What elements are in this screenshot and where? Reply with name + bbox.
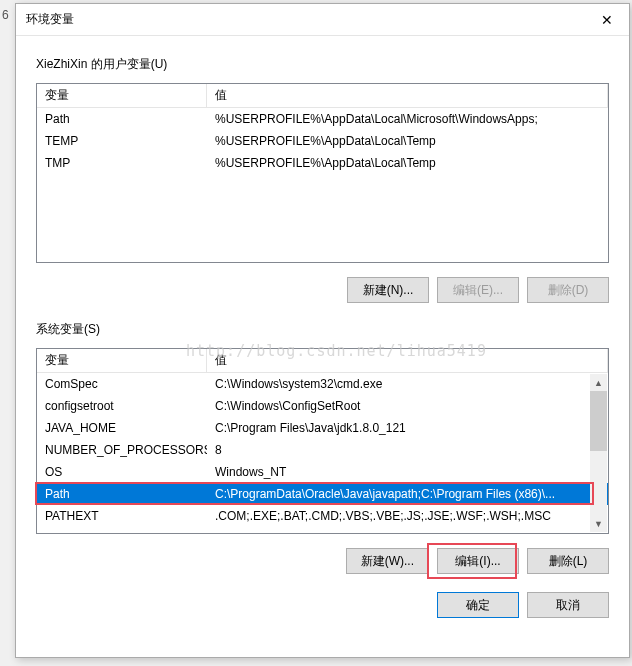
- cell-variable: TMP: [37, 153, 207, 173]
- table-row[interactable]: TEMP%USERPROFILE%\AppData\Local\Temp: [37, 130, 608, 152]
- table-row[interactable]: JAVA_HOMEC:\Program Files\Java\jdk1.8.0_…: [37, 417, 608, 439]
- cell-variable: Path: [37, 109, 207, 129]
- user-vars-label: XieZhiXin 的用户变量(U): [36, 56, 609, 73]
- column-variable[interactable]: 变量: [37, 84, 207, 108]
- cell-variable: TEMP: [37, 131, 207, 151]
- ok-button[interactable]: 确定: [437, 592, 519, 618]
- system-variables-list[interactable]: 变量 值 ComSpecC:\Windows\system32\cmd.exec…: [36, 348, 609, 534]
- close-button[interactable]: ✕: [584, 5, 629, 35]
- table-row[interactable]: TMP%USERPROFILE%\AppData\Local\Temp: [37, 152, 608, 174]
- dialog-title: 环境变量: [26, 11, 74, 28]
- column-variable[interactable]: 变量: [37, 349, 207, 373]
- cancel-button[interactable]: 取消: [527, 592, 609, 618]
- scroll-down-icon[interactable]: ▼: [590, 515, 607, 532]
- column-value[interactable]: 值: [207, 84, 608, 108]
- table-row[interactable]: NUMBER_OF_PROCESSORS8: [37, 439, 608, 461]
- cell-variable: NUMBER_OF_PROCESSORS: [37, 440, 207, 460]
- cell-value: .COM;.EXE;.BAT;.CMD;.VBS;.VBE;.JS;.JSE;.…: [207, 506, 608, 526]
- cell-variable: ComSpec: [37, 374, 207, 394]
- scrollbar[interactable]: ▲ ▼: [590, 374, 607, 532]
- scroll-thumb[interactable]: [590, 391, 607, 451]
- table-row[interactable]: PathC:\ProgramData\Oracle\Java\javapath;…: [37, 483, 608, 505]
- sys-vars-label: 系统变量(S): [36, 321, 609, 338]
- user-edit-button[interactable]: 编辑(E)...: [437, 277, 519, 303]
- cell-variable: PATHEXT: [37, 506, 207, 526]
- sys-list-header: 变量 值: [37, 349, 608, 373]
- cell-value: C:\Windows\system32\cmd.exe: [207, 374, 608, 394]
- user-buttons-row: 新建(N)... 编辑(E)... 删除(D): [36, 273, 609, 321]
- sys-new-button[interactable]: 新建(W)...: [346, 548, 429, 574]
- cell-variable: Path: [37, 484, 207, 504]
- cell-value: C:\Program Files\Java\jdk1.8.0_121: [207, 418, 608, 438]
- cell-value: 8: [207, 440, 608, 460]
- titlebar: 环境变量 ✕: [16, 4, 629, 36]
- cell-variable: OS: [37, 462, 207, 482]
- table-row[interactable]: configsetrootC:\Windows\ConfigSetRoot: [37, 395, 608, 417]
- sys-buttons-row: 新建(W)... 编辑(I)... 删除(L): [36, 544, 609, 582]
- user-delete-button[interactable]: 删除(D): [527, 277, 609, 303]
- cell-value: C:\ProgramData\Oracle\Java\javapath;C:\P…: [207, 484, 608, 504]
- cell-value: C:\Windows\ConfigSetRoot: [207, 396, 608, 416]
- user-new-button[interactable]: 新建(N)...: [347, 277, 429, 303]
- table-row[interactable]: Path%USERPROFILE%\AppData\Local\Microsof…: [37, 108, 608, 130]
- cell-value: Windows_NT: [207, 462, 608, 482]
- cell-value: %USERPROFILE%\AppData\Local\Temp: [207, 153, 608, 173]
- user-variables-list[interactable]: 变量 值 Path%USERPROFILE%\AppData\Local\Mic…: [36, 83, 609, 263]
- table-row[interactable]: OSWindows_NT: [37, 461, 608, 483]
- user-list-header: 变量 值: [37, 84, 608, 108]
- table-row[interactable]: PATHEXT.COM;.EXE;.BAT;.CMD;.VBS;.VBE;.JS…: [37, 505, 608, 527]
- table-row[interactable]: ComSpecC:\Windows\system32\cmd.exe: [37, 373, 608, 395]
- close-icon: ✕: [601, 12, 613, 28]
- column-value[interactable]: 值: [207, 349, 608, 373]
- bg-text: 6: [2, 8, 9, 22]
- sys-delete-button[interactable]: 删除(L): [527, 548, 609, 574]
- footer-buttons: 确定 取消: [36, 582, 609, 618]
- sys-edit-button[interactable]: 编辑(I)...: [437, 548, 519, 574]
- scroll-up-icon[interactable]: ▲: [590, 374, 607, 391]
- environment-variables-dialog: 环境变量 ✕ XieZhiXin 的用户变量(U) 变量 值 Path%USER…: [15, 3, 630, 658]
- cell-value: %USERPROFILE%\AppData\Local\Microsoft\Wi…: [207, 109, 608, 129]
- dialog-content: XieZhiXin 的用户变量(U) 变量 值 Path%USERPROFILE…: [16, 36, 629, 632]
- cell-value: %USERPROFILE%\AppData\Local\Temp: [207, 131, 608, 151]
- cell-variable: JAVA_HOME: [37, 418, 207, 438]
- cell-variable: configsetroot: [37, 396, 207, 416]
